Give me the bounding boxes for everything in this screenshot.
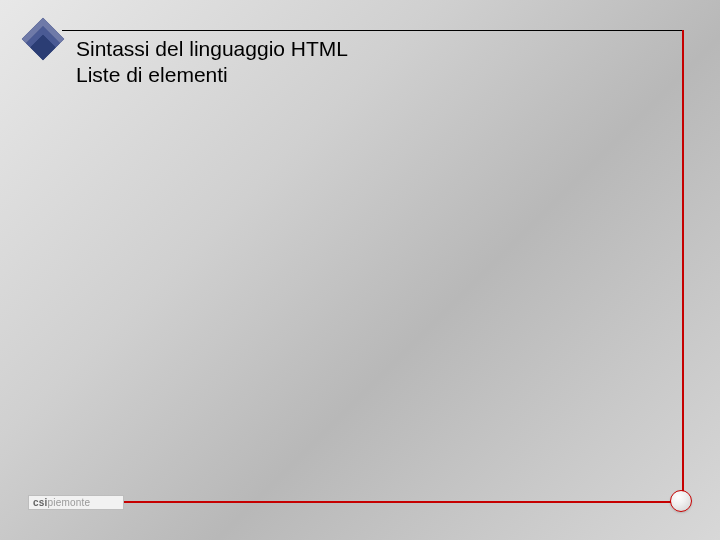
brand-logo-icon <box>20 16 66 62</box>
frame-bottom-border <box>28 501 684 503</box>
slide: Sintassi del linguaggio HTML Liste di el… <box>0 0 720 540</box>
frame-right-border <box>682 30 684 503</box>
title-line-2: Liste di elementi <box>76 62 660 88</box>
footer-brand-bold: csi <box>33 497 48 508</box>
footer-brand: csipiemonte <box>28 495 124 510</box>
header-divider <box>62 30 684 31</box>
footer-brand-rest: piemonte <box>48 497 91 508</box>
slide-title: Sintassi del linguaggio HTML Liste di el… <box>76 36 660 89</box>
title-line-1: Sintassi del linguaggio HTML <box>76 36 660 62</box>
corner-circle-icon <box>670 490 692 512</box>
